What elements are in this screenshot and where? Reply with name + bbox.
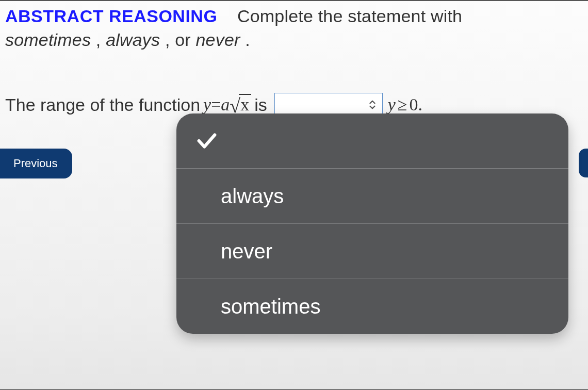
- greater-equal-sign: ≥: [396, 95, 410, 115]
- radicand-x: x: [239, 94, 251, 115]
- dropdown-option-blank[interactable]: [176, 113, 568, 169]
- heading-sep-1: ,: [96, 30, 106, 50]
- heading-text-1: [222, 6, 232, 26]
- range-expression: y ≥ 0 .: [388, 95, 422, 115]
- previous-button-label: Previous: [13, 157, 58, 170]
- heading-label: ABSTRACT REASONING: [5, 6, 217, 26]
- range-var-y: y: [388, 95, 396, 115]
- range-period: .: [418, 95, 423, 115]
- next-button[interactable]: [579, 149, 588, 177]
- sqrt-symbol: √ x: [230, 94, 251, 115]
- answer-dropdown: always never sometimes: [176, 113, 568, 334]
- range-zero: 0: [410, 95, 418, 115]
- heading-sep-2: , or: [165, 30, 196, 50]
- equation-var-y: y: [203, 95, 211, 115]
- dropdown-option-never[interactable]: never: [176, 224, 568, 279]
- equation-coef-a: a: [221, 95, 230, 115]
- dropdown-option-always[interactable]: always: [176, 169, 568, 224]
- chevron-up-down-icon: [367, 99, 378, 110]
- heading-option-2: always: [106, 30, 160, 50]
- check-icon: [195, 129, 219, 153]
- previous-button[interactable]: Previous: [0, 149, 72, 178]
- dropdown-option-label: never: [221, 240, 272, 263]
- heading-text-2: Complete the statement with: [237, 6, 462, 26]
- dropdown-option-label: always: [221, 185, 284, 208]
- question-lead: The range of the function: [5, 95, 200, 115]
- heading-tail: .: [245, 30, 250, 50]
- heading-option-3: never: [196, 30, 240, 50]
- dropdown-option-sometimes[interactable]: sometimes: [176, 279, 568, 334]
- heading-option-1: sometimes: [5, 30, 91, 50]
- dropdown-option-label: sometimes: [221, 295, 320, 318]
- question-heading: ABSTRACT REASONING Complete the statemen…: [5, 4, 583, 52]
- equation-equals: =: [211, 95, 221, 115]
- question-after-eq: is: [254, 95, 267, 115]
- equation: y = a √ x: [203, 94, 251, 115]
